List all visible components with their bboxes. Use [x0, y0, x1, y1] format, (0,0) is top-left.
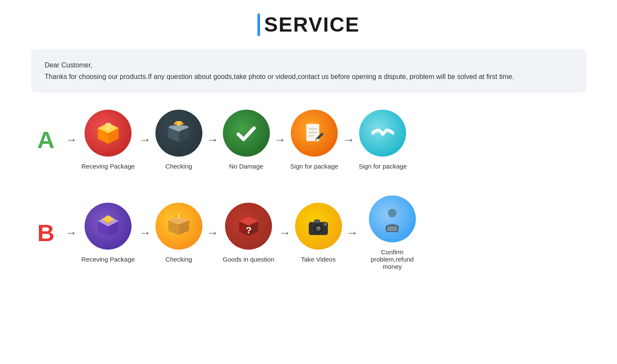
icon-b5-person: [369, 195, 416, 242]
flow-row-b: B → Receving Package →: [31, 195, 586, 270]
arrow-2a: →: [139, 133, 151, 147]
step-b3-label: Goods in question: [223, 256, 275, 263]
arrow-3a: →: [207, 133, 219, 147]
svg-rect-42: [314, 219, 320, 223]
icon-b1-package: [85, 203, 132, 250]
flow-row-a: A → Receving Package →: [31, 110, 586, 170]
checkmark-icon: [232, 119, 260, 147]
letter-a: A: [31, 126, 61, 154]
icon-a2-checking: [155, 110, 202, 157]
title-bar-accent: [257, 14, 260, 36]
flow-section: A → Receving Package →: [31, 110, 586, 270]
icon-a1-package: [85, 110, 132, 157]
step-a2: Checking: [155, 110, 202, 170]
step-a4-label: Sign for package: [290, 163, 339, 170]
arrow-1b: →: [65, 226, 77, 240]
step-a1: Receving Package: [82, 110, 135, 170]
svg-point-43: [324, 223, 327, 225]
notice-line2: Thanks for choosing our products.If any …: [45, 71, 573, 82]
open-box-icon: [165, 119, 193, 147]
step-a2-label: Checking: [165, 163, 192, 170]
svg-rect-46: [387, 226, 397, 231]
document-sign-icon: [300, 119, 328, 147]
icon-b3-question: ?: [225, 203, 272, 250]
page-title-section: SERVICE: [257, 13, 360, 36]
step-a3-label: No Damage: [229, 163, 263, 170]
step-a5: Sign for package: [359, 110, 407, 170]
step-a4: Sign for package: [290, 110, 339, 170]
svg-rect-4: [105, 123, 111, 130]
arrow-4b: →: [279, 226, 291, 240]
arrow-3b: →: [207, 226, 219, 240]
icon-a3-check: [223, 110, 270, 157]
step-b2-label: Checking: [165, 256, 192, 263]
arrow-5b: →: [346, 226, 358, 240]
step-b4: Take Videos: [295, 203, 342, 263]
svg-point-41: [319, 227, 320, 228]
camera-icon: [304, 213, 332, 240]
step-b5: Confirm problem,refund money: [363, 195, 422, 270]
arrow-4a: →: [274, 133, 286, 147]
step-b4-label: Take Videos: [301, 256, 336, 263]
page-title: SERVICE: [264, 13, 360, 36]
person-icon: [378, 205, 406, 233]
open-box-b-icon: [165, 213, 193, 240]
question-box-icon: ?: [235, 213, 263, 240]
svg-point-44: [388, 209, 396, 217]
step-a5-label: Sign for package: [359, 163, 407, 170]
step-b5-label: Confirm problem,refund money: [363, 248, 422, 270]
svg-rect-11: [178, 121, 180, 125]
step-b2: Checking: [155, 203, 202, 263]
arrow-5a: →: [342, 133, 354, 147]
step-b1-label: Receving Package: [82, 256, 135, 263]
handshake-icon: [369, 119, 397, 147]
icon-a4-sign: [291, 110, 338, 157]
notice-box: Dear Customer, Thanks for choosing our p…: [31, 49, 586, 93]
notice-line1: Dear Customer,: [45, 59, 573, 71]
letter-b: B: [31, 219, 61, 247]
icon-b2-checking: [155, 203, 202, 250]
icon-b4-camera: [295, 203, 342, 250]
icon-a5-handshake: [359, 110, 406, 157]
svg-text:?: ?: [246, 225, 251, 236]
arrow-2b: →: [139, 226, 151, 240]
step-a1-label: Receving Package: [82, 163, 135, 170]
package-icon: [94, 119, 122, 147]
package-b1-icon: [94, 213, 122, 240]
arrow-1a: →: [65, 133, 77, 147]
step-a3: No Damage: [223, 110, 270, 170]
step-b1: Receving Package: [82, 203, 135, 263]
svg-point-17: [380, 131, 385, 135]
svg-rect-30: [178, 214, 180, 218]
step-b3: ? Goods in question: [223, 203, 275, 263]
